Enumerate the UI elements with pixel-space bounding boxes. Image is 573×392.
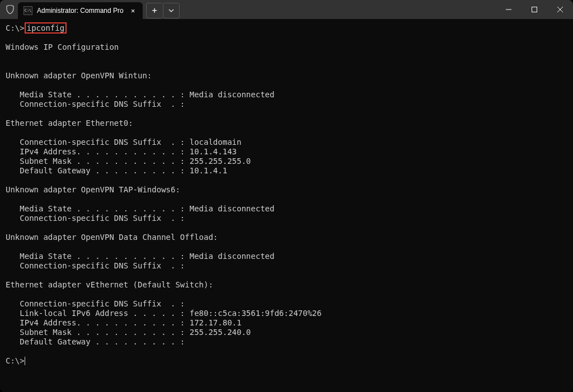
prompt-2[interactable]: C:\> [6,356,25,365]
cursor [25,357,25,365]
output-line: Media State . . . . . . . . . . . : Medi… [6,204,274,213]
command-highlight: ipconfig [25,22,67,34]
maximize-button[interactable] [522,0,547,19]
output-line: Ethernet adapter vEthernet (Default Swit… [6,280,213,289]
active-tab[interactable]: C:\ Administrator: Command Pro ✕ [18,2,143,19]
output-line: Default Gateway . . . . . . . . . : 10.1… [6,166,227,175]
close-button[interactable] [547,0,573,19]
prompt-1: C:\> [6,23,25,32]
output-line: Connection-specific DNS Suffix . : [6,261,185,270]
titlebar-drag-area[interactable] [180,0,496,19]
output-line: Connection-specific DNS Suffix . : [6,214,185,223]
terminal-window: C:\ Administrator: Command Pro ✕ + [0,0,573,392]
terminal-body[interactable]: C:\>ipconfig Windows IP Configuration Un… [0,19,573,392]
output-line: Default Gateway . . . . . . . . . : [6,337,185,346]
tab-title: Administrator: Command Pro [37,7,124,15]
output-line: Connection-specific DNS Suffix . : local… [6,138,241,147]
window-controls [496,0,573,19]
output-line: Subnet Mask . . . . . . . . . . . : 255.… [6,157,251,166]
output-line: Windows IP Configuration [6,42,119,51]
svg-rect-1 [532,7,537,12]
terminal-output: C:\>ipconfig Windows IP Configuration Un… [6,23,567,366]
shield-icon [6,5,15,14]
new-tab-button[interactable]: + [146,3,163,18]
minimize-button[interactable] [496,0,522,19]
output-line: Ethernet adapter Ethernet0: [6,119,133,127]
tab-actions: + [146,3,180,18]
output-line: Connection-specific DNS Suffix . : [6,299,185,308]
output-line: Unknown adapter OpenVPN Wintun: [6,71,152,80]
output-line: Unknown adapter OpenVPN TAP-Windows6: [6,185,180,194]
titlebar[interactable]: C:\ Administrator: Command Pro ✕ + [0,0,573,19]
output-line: Subnet Mask . . . . . . . . . . . : 255.… [6,328,251,337]
titlebar-left: C:\ Administrator: Command Pro ✕ + [0,0,180,19]
output-line: Link-local IPv6 Address . . . . . : fe80… [6,309,322,318]
output-line: Media State . . . . . . . . . . . : Medi… [6,90,274,99]
tab-dropdown-button[interactable] [163,3,180,18]
output-line: IPv4 Address. . . . . . . . . . . : 172.… [6,318,241,327]
cmd-icon: C:\ [24,6,32,15]
output-line: Unknown adapter OpenVPN Data Channel Off… [6,233,218,242]
tab-close-button[interactable]: ✕ [128,6,138,16]
output-line: Connection-specific DNS Suffix . : [6,100,185,108]
output-line: Media State . . . . . . . . . . . : Medi… [6,252,274,261]
output-line: IPv4 Address. . . . . . . . . . . : 10.1… [6,147,237,156]
